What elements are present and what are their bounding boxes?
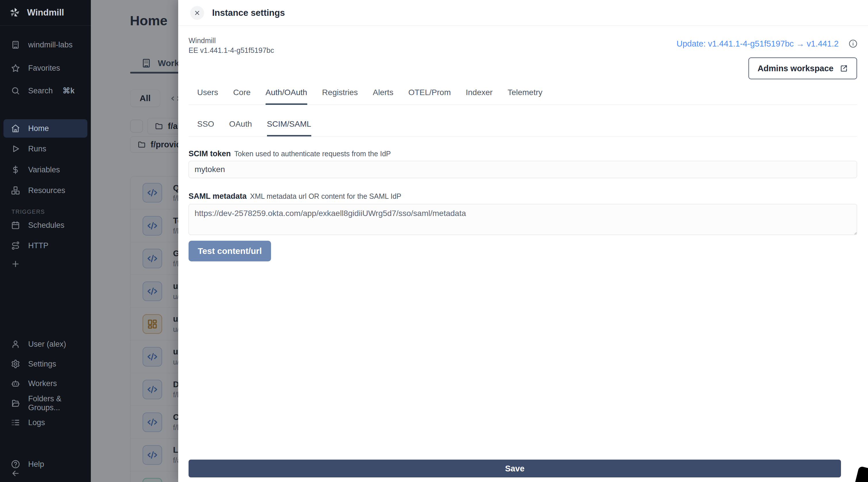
version-info: Windmill EE v1.441.1-4-g51f5197bc xyxy=(189,36,274,55)
tab-otel-prom[interactable]: OTEL/Prom xyxy=(408,88,451,105)
save-button[interactable]: Save xyxy=(189,459,841,477)
gear-icon xyxy=(11,359,20,368)
sidebar-item-label: Search xyxy=(28,87,53,95)
admins-workspace-button[interactable]: Admins workspace xyxy=(748,58,857,79)
scim-token-description: Token used to authenticate requests from… xyxy=(234,150,391,158)
sidebar-item-favorites[interactable]: Favorites xyxy=(0,59,91,77)
drawer-title: Instance settings xyxy=(212,8,285,18)
bot-icon xyxy=(11,379,20,388)
scim-token-input[interactable] xyxy=(189,161,857,178)
sidebar-item-resources[interactable]: Resources xyxy=(0,181,91,200)
triggers-section-label: TRIGGERS xyxy=(11,208,45,215)
home-icon xyxy=(11,124,20,133)
tab-auth-oauth[interactable]: Auth/OAuth xyxy=(266,88,307,105)
saml-metadata-textarea[interactable]: https://dev-2578259.okta.com/app/exkaell… xyxy=(189,204,857,235)
windmill-logo-icon xyxy=(9,7,21,19)
scim-token-label: SCIM tokenToken used to authenticate req… xyxy=(189,149,391,158)
sidebar-item-label: Settings xyxy=(28,360,56,368)
sidebar-item-label: Favorites xyxy=(28,64,60,73)
sidebar-item-label: Runs xyxy=(28,144,46,153)
tab-indexer[interactable]: Indexer xyxy=(466,88,492,105)
test-content-url-button[interactable]: Test content/url xyxy=(189,241,271,261)
sidebar-item-settings[interactable]: Settings xyxy=(0,355,91,373)
update-link[interactable]: Update: v1.441.1-4-g51f5197bc → v1.441.2 xyxy=(677,39,839,49)
sidebar-item-workspace[interactable]: windmill-labs xyxy=(0,36,91,54)
sidebar-item-label: HTTP xyxy=(28,241,49,250)
version-text: EE v1.441.1-4-g51f5197bc xyxy=(189,45,274,55)
sidebar-item-search[interactable]: Search ⌘k xyxy=(0,82,91,100)
sidebar-item-label: Home xyxy=(28,124,49,133)
sidebar-item-folders-groups[interactable]: Folders & Groups... xyxy=(0,394,91,413)
dollar-icon xyxy=(11,165,20,174)
list-icon xyxy=(11,418,20,427)
external-link-icon xyxy=(840,64,848,72)
building-icon xyxy=(11,40,20,50)
close-icon xyxy=(194,9,200,17)
saml-metadata-label: SAML metadataXML metadata url OR content… xyxy=(189,192,401,201)
sidebar-item-label: windmill-labs xyxy=(28,40,73,50)
tab-core[interactable]: Core xyxy=(233,88,251,105)
instance-settings-drawer: Instance settings Windmill EE v1.441.1-4… xyxy=(178,0,868,482)
sidebar-item-http[interactable]: HTTP xyxy=(0,236,91,255)
settings-tabs: Users Core Auth/OAuth Registries Alerts … xyxy=(189,88,857,105)
play-icon xyxy=(11,144,20,153)
sidebar-item-user[interactable]: User (alex) xyxy=(0,335,91,353)
app-name-text: Windmill xyxy=(189,36,274,45)
app-name: Windmill xyxy=(27,7,64,18)
sidebar-item-label: User (alex) xyxy=(28,340,66,349)
arrow-left-icon xyxy=(11,469,20,478)
route-icon xyxy=(11,241,20,250)
drawer-header: Instance settings xyxy=(178,0,868,26)
tab-users[interactable]: Users xyxy=(197,88,218,105)
close-button[interactable] xyxy=(190,6,204,20)
add-trigger-button[interactable] xyxy=(0,255,91,273)
sidebar-item-label: Folders & Groups... xyxy=(28,394,91,412)
search-icon xyxy=(11,86,20,95)
sidebar-item-runs[interactable]: Runs xyxy=(0,139,91,158)
info-icon[interactable] xyxy=(848,39,858,48)
scim-token-label-text: SCIM token xyxy=(189,149,231,158)
calendar-icon xyxy=(11,221,20,230)
folder-open-icon xyxy=(11,399,20,408)
search-shortcut: ⌘k xyxy=(63,86,75,95)
tab-telemetry[interactable]: Telemetry xyxy=(507,88,542,105)
saml-metadata-label-text: SAML metadata xyxy=(189,192,247,200)
sidebar-item-label: Resources xyxy=(28,186,65,195)
sidebar-item-schedules[interactable]: Schedules xyxy=(0,216,91,234)
tab-registries[interactable]: Registries xyxy=(322,88,358,105)
user-icon xyxy=(11,340,20,349)
star-icon xyxy=(11,63,20,73)
saml-metadata-description: XML metadata url OR content for the SAML… xyxy=(250,192,401,200)
boxes-icon xyxy=(11,186,20,195)
subtab-sso[interactable]: SSO xyxy=(197,120,214,136)
sidebar: Windmill windmill-labs Favorites Search … xyxy=(0,0,91,482)
subtab-scim-saml[interactable]: SCIM/SAML xyxy=(267,120,311,136)
collapse-sidebar-button[interactable] xyxy=(0,464,91,482)
subtab-oauth[interactable]: OAuth xyxy=(229,120,252,136)
app-logo[interactable]: Windmill xyxy=(0,0,91,26)
sidebar-item-home[interactable]: Home xyxy=(3,119,87,137)
plus-icon xyxy=(11,259,20,268)
sidebar-item-label: Workers xyxy=(28,379,57,388)
sidebar-item-label: Logs xyxy=(28,418,45,427)
admins-workspace-label: Admins workspace xyxy=(757,64,834,73)
sidebar-item-variables[interactable]: Variables xyxy=(0,161,91,179)
sidebar-item-logs[interactable]: Logs xyxy=(0,413,91,432)
sidebar-item-label: Variables xyxy=(28,165,60,174)
sidebar-item-workers[interactable]: Workers xyxy=(0,374,91,393)
sidebar-item-label: Schedules xyxy=(28,221,64,230)
tab-alerts[interactable]: Alerts xyxy=(373,88,394,105)
auth-subtabs: SSO OAuth SCIM/SAML xyxy=(189,120,857,136)
